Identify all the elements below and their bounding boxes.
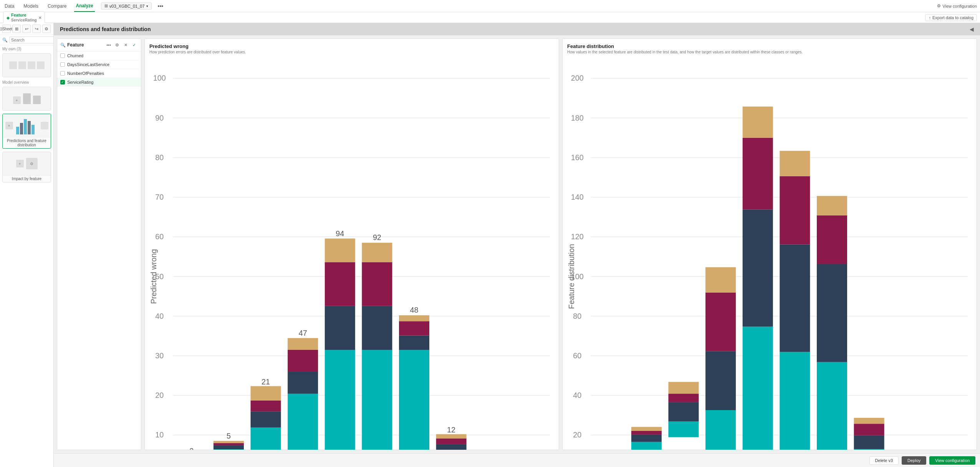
sidebar-card-impact[interactable]: + ⚙ Impact by feature [2, 152, 51, 182]
dist-bar-bin-7 [854, 418, 884, 450]
predicted-wrong-subtitle: How prediction errors are distributed ov… [149, 50, 554, 54]
chart-icon-4 [37, 61, 45, 69]
feature-distribution-chart-wrapper: 200 180 160 140 120 100 80 60 40 20 0 Fe… [567, 57, 972, 450]
feature-item-churned[interactable]: Churned [57, 51, 141, 60]
collapse-left-icon[interactable]: ◀ [970, 26, 974, 32]
view-configuration-button[interactable]: ⚙ View configuration [937, 3, 977, 8]
svg-rect-121 [705, 293, 736, 351]
toolbar-btn-1[interactable]: ⊞ [12, 25, 21, 33]
content-header: Predictions and feature distribution ◀ [54, 23, 980, 35]
feature-label-service-rating: ServiceRating [67, 80, 93, 84]
svg-rect-65 [436, 439, 467, 444]
settings-icon: ⚙ [937, 3, 941, 8]
svg-rect-33 [214, 449, 244, 450]
svg-rect-53 [362, 350, 392, 450]
chart-icon-2 [18, 61, 26, 69]
tab-bar-right: ↑ Export data to catalog [925, 14, 977, 21]
feature-item-penalties[interactable]: NumberOfPenalties [57, 69, 141, 78]
chevron-down-icon: ▾ [146, 4, 148, 8]
svg-text:60: 60 [573, 351, 581, 360]
feature-item-days[interactable]: DaysSinceLastService [57, 60, 141, 69]
svg-rect-1 [20, 123, 23, 134]
search-input[interactable] [9, 36, 54, 43]
predictions-preview: + [3, 114, 51, 137]
svg-rect-129 [780, 176, 810, 245]
view-configuration-bottom-button[interactable]: View configuration [929, 456, 975, 465]
feature-distribution-subtitle: How values in the selected feature are d… [567, 50, 972, 54]
toolbar-btn-4[interactable]: ⚙ [42, 25, 51, 33]
svg-rect-130 [780, 151, 810, 176]
svg-text:30: 30 [155, 351, 164, 360]
svg-rect-126 [743, 106, 773, 137]
svg-rect-60 [399, 321, 429, 335]
nav-data[interactable]: Data [3, 0, 16, 12]
settings-small-icon[interactable]: ⚙ [113, 41, 121, 49]
predicted-wrong-svg: 100 90 80 70 60 50 40 30 20 10 0 Predict… [149, 57, 554, 450]
svg-rect-46 [288, 338, 318, 350]
checkbox-churned[interactable] [60, 53, 65, 58]
sidebar-card-1[interactable] [2, 53, 51, 77]
feature-item-service-rating[interactable]: ✓ ServiceRating [57, 78, 141, 87]
svg-rect-49 [325, 306, 355, 350]
svg-rect-115 [669, 422, 699, 437]
content-area: Predictions and feature distribution ◀ 🔍… [54, 23, 980, 467]
add-icon-2: + [5, 122, 13, 129]
bar-bin-6: 48 [399, 306, 429, 450]
sidebar-card-predictions[interactable]: + Predictions and feature distribution [2, 114, 51, 149]
feature-label-churned: Churned [67, 53, 83, 58]
model-selector[interactable]: ⊞ v03_XGBC_01_07 ▾ [101, 2, 152, 10]
add-icon-3: + [16, 160, 24, 167]
toolbar-btn-2[interactable]: ↩ [22, 25, 31, 33]
svg-text:20: 20 [155, 391, 164, 399]
deploy-button[interactable]: Deploy [902, 456, 926, 465]
tab-close-icon[interactable]: ✕ [38, 16, 41, 20]
search-small-icon: 🔍 [60, 43, 66, 48]
feature-distribution-panel: Feature distribution How values in the s… [562, 38, 977, 450]
chart-icon-3 [28, 61, 35, 69]
nav-analyze[interactable]: Analyze [74, 0, 94, 12]
svg-rect-0 [16, 127, 19, 134]
checkbox-days[interactable] [60, 62, 65, 67]
nav-models[interactable]: Models [22, 0, 40, 12]
tab-feature[interactable]: ◈ Feature ServiceRating ✕ [3, 12, 45, 23]
impact-card-label: Impact by feature [3, 175, 51, 182]
svg-text:100: 100 [153, 74, 166, 82]
svg-rect-34 [214, 445, 244, 449]
svg-rect-2 [24, 119, 27, 134]
more-options-icon[interactable]: ••• [158, 3, 164, 9]
svg-rect-114 [631, 427, 662, 431]
svg-rect-135 [854, 449, 884, 450]
sidebar-card-model-overview[interactable]: + [2, 87, 51, 111]
add-icon: + [13, 96, 21, 104]
delete-button[interactable]: Delete v3 [869, 456, 899, 465]
svg-rect-125 [743, 138, 773, 210]
svg-text:10: 10 [155, 431, 164, 439]
checkbox-penalties[interactable] [60, 71, 65, 76]
impact-preview: + ⚙ [3, 152, 51, 175]
svg-text:5: 5 [227, 432, 231, 440]
checkbox-service-rating[interactable]: ✓ [60, 80, 65, 84]
nav-compare[interactable]: Compare [46, 0, 68, 12]
close-panel-icon[interactable]: ✕ [122, 41, 129, 49]
svg-text:21: 21 [262, 378, 270, 386]
export-icon: ↑ [929, 15, 931, 20]
tab-bar: ◈ Feature ServiceRating ✕ ↑ Export data … [0, 12, 980, 23]
svg-text:47: 47 [299, 329, 307, 337]
svg-rect-122 [705, 267, 736, 293]
svg-rect-117 [669, 394, 699, 402]
feature-label-penalties: NumberOfPenalties [67, 71, 104, 76]
check-icon[interactable]: ✓ [130, 41, 138, 49]
svg-rect-111 [631, 442, 662, 450]
svg-rect-43 [288, 394, 318, 450]
toolbar-btn-3[interactable]: ↪ [32, 25, 41, 33]
svg-text:180: 180 [571, 114, 584, 122]
model-selector-icon: ⊞ [104, 3, 108, 8]
more-icon[interactable]: ••• [105, 41, 113, 49]
export-data-button[interactable]: ↑ Export data to catalog [925, 14, 977, 21]
sheets-button[interactable]: ⊡ Sheets [2, 25, 11, 33]
gear-placeholder: ⚙ [26, 158, 38, 169]
svg-rect-59 [399, 336, 429, 350]
svg-rect-112 [631, 435, 662, 442]
svg-rect-134 [817, 196, 847, 215]
svg-text:40: 40 [155, 312, 164, 320]
